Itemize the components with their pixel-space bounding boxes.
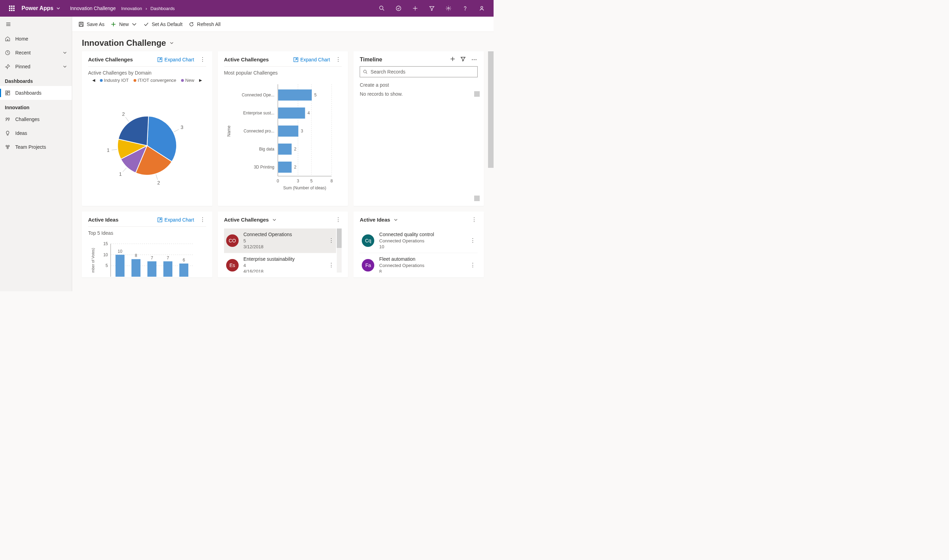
chevron-down-icon[interactable]: [272, 218, 276, 222]
more-icon[interactable]: ⋮: [470, 237, 476, 244]
svg-rect-59: [278, 126, 298, 137]
create-post-link[interactable]: Create a post: [360, 82, 478, 88]
clock-icon: [5, 50, 11, 55]
cmd-set-default[interactable]: Set As Default: [143, 22, 182, 27]
card-active-ideas-list: Active Ideas ⋮ CqConnected quality contr…: [353, 212, 484, 277]
svg-text:10: 10: [117, 249, 122, 254]
list-item[interactable]: COConnected Operations53/12/2018⋮: [224, 229, 336, 253]
svg-text:8: 8: [135, 253, 137, 258]
more-icon[interactable]: ⋮: [471, 216, 478, 223]
cmd-new[interactable]: New: [111, 22, 137, 27]
svg-point-8: [481, 6, 483, 8]
filter-icon[interactable]: [460, 56, 466, 62]
page-title-row: Innovation Challenge: [72, 32, 494, 51]
list-body: COConnected Operations53/12/2018⋮EsEnter…: [224, 229, 342, 272]
nav-team-projects[interactable]: Team Projects: [0, 140, 72, 154]
search-icon[interactable]: [374, 0, 390, 17]
vbar-chart: 51015108776mber of Votes): [88, 238, 206, 277]
svg-text:3: 3: [180, 125, 183, 130]
chevron-down-icon[interactable]: [169, 41, 174, 45]
svg-text:2: 2: [294, 147, 296, 152]
environment-name[interactable]: Innovation Challenge: [70, 6, 116, 11]
help-icon[interactable]: [457, 0, 473, 17]
top-actions: [374, 0, 490, 17]
scrollbar[interactable]: [337, 229, 342, 272]
add-icon[interactable]: [407, 0, 424, 17]
more-icon[interactable]: ⋮: [335, 56, 342, 63]
expand-chart-button[interactable]: Expand Chart: [293, 57, 330, 62]
breadcrumb-item[interactable]: Dashboards: [151, 6, 175, 11]
avatar: Es: [226, 259, 239, 271]
more-icon[interactable]: ⋯: [471, 56, 478, 63]
svg-text:2: 2: [122, 111, 125, 117]
legend-next-icon[interactable]: ▶: [199, 78, 202, 83]
card-title: Active Challenges: [224, 217, 269, 223]
home-icon: [5, 36, 11, 42]
svg-point-2: [396, 6, 401, 11]
scrollbar[interactable]: [474, 91, 480, 201]
more-icon[interactable]: ⋮: [328, 237, 334, 244]
svg-rect-13: [6, 91, 7, 93]
svg-rect-84: [116, 255, 125, 277]
filter-icon[interactable]: [424, 0, 440, 17]
svg-point-0: [379, 6, 383, 9]
content: Save As New Set As Default Refresh All I…: [72, 17, 494, 291]
search-records-input[interactable]: Search Records: [360, 66, 478, 77]
svg-marker-5: [430, 6, 434, 11]
svg-text:Enterprise sust...: Enterprise sust...: [243, 111, 274, 115]
more-icon[interactable]: ⋮: [199, 216, 206, 223]
list-item[interactable]: CqConnected quality controlConnected Ope…: [360, 229, 478, 253]
account-icon[interactable]: [473, 0, 490, 17]
nav-challenges[interactable]: Challenges: [0, 112, 72, 126]
card-title: Active Challenges: [88, 57, 133, 62]
expand-chart-button[interactable]: Expand Chart: [157, 217, 194, 223]
add-icon[interactable]: [450, 56, 455, 62]
list-item[interactable]: EsEnterprise sustainability44/16/2018⋮: [224, 253, 336, 272]
chevron-down-icon[interactable]: [394, 218, 398, 222]
nav-collapse-icon[interactable]: [0, 17, 17, 32]
task-icon[interactable]: [390, 0, 407, 17]
app-name[interactable]: Power Apps: [22, 5, 60, 11]
card-active-challenges-bar: Active Challenges Expand Chart ⋮ Most po…: [218, 51, 348, 206]
cmd-refresh-all[interactable]: Refresh All: [189, 22, 220, 27]
svg-rect-26: [80, 22, 82, 23]
app-launcher-icon[interactable]: [3, 0, 20, 17]
svg-point-22: [7, 148, 8, 149]
settings-icon[interactable]: [440, 0, 457, 17]
svg-text:4: 4: [307, 111, 310, 115]
svg-rect-65: [278, 162, 292, 173]
page-scrollbar[interactable]: [488, 51, 494, 291]
nav-recent[interactable]: Recent: [0, 46, 72, 60]
legend-prev-icon[interactable]: ◀: [92, 78, 95, 83]
nav-home[interactable]: Home: [0, 32, 72, 46]
list-body: CqConnected quality controlConnected Ope…: [360, 229, 478, 272]
svg-point-73: [364, 70, 367, 73]
card-active-ideas-bar: Active Ideas Expand Chart ⋮ Top 5 Ideas …: [82, 212, 212, 277]
pie-legend: ◀ Industry IOT IT/OT convergence New ▶: [88, 78, 206, 83]
dashboard-canvas: Active Challenges Expand Chart ⋮ Active …: [72, 51, 494, 291]
svg-rect-14: [8, 91, 10, 92]
cmd-save-as[interactable]: Save As: [79, 22, 105, 27]
more-icon[interactable]: ⋮: [199, 56, 206, 63]
breadcrumb-item[interactable]: Innovation: [121, 6, 142, 11]
svg-text:Sum (Number of ideas): Sum (Number of ideas): [283, 186, 326, 190]
nav-ideas[interactable]: Ideas: [0, 126, 72, 140]
svg-line-43: [295, 58, 297, 60]
card-title: Active Ideas: [88, 217, 119, 223]
svg-rect-15: [6, 94, 7, 95]
svg-rect-53: [278, 89, 312, 100]
svg-text:15: 15: [103, 242, 108, 246]
avatar: Cq: [362, 234, 374, 247]
svg-text:6: 6: [183, 258, 185, 263]
page-title: Innovation Challenge: [82, 38, 166, 48]
svg-text:Connected pro...: Connected pro...: [243, 129, 274, 134]
nav-dashboards[interactable]: Dashboards: [0, 86, 72, 100]
list-item[interactable]: FaFleet automationConnected Operations8⋮: [360, 253, 478, 272]
more-icon[interactable]: ⋮: [328, 262, 334, 268]
chevron-down-icon: [63, 65, 67, 69]
svg-point-6: [448, 8, 450, 9]
nav-pinned[interactable]: Pinned: [0, 60, 72, 74]
more-icon[interactable]: ⋮: [470, 262, 476, 268]
more-icon[interactable]: ⋮: [335, 216, 342, 223]
expand-chart-button[interactable]: Expand Chart: [157, 57, 194, 62]
